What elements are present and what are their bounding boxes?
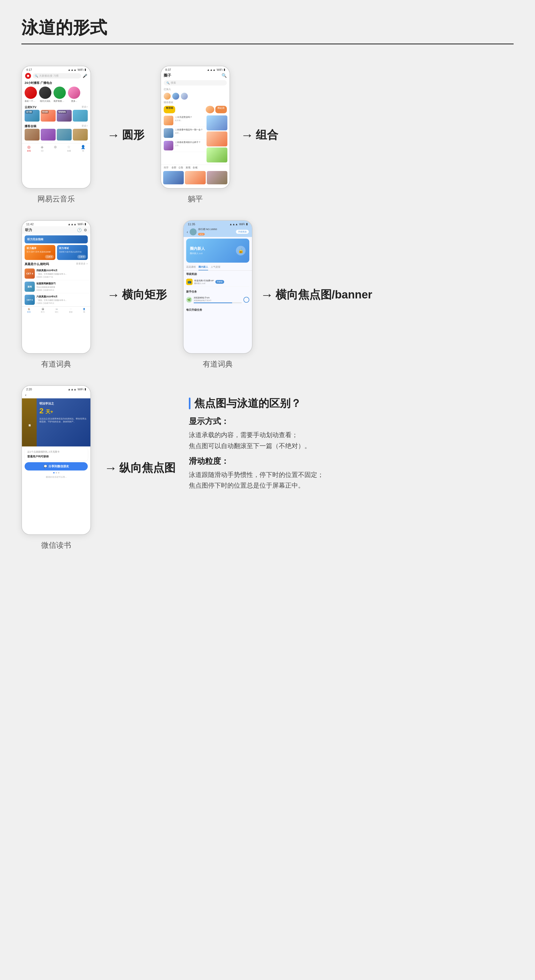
search-icon: 🔍 — [35, 75, 38, 78]
wx-share-button[interactable]: 💬 分享到微信朋友 — [25, 462, 88, 471]
wx-book-main: 明法学法之 2 天+ 法法法之灵法律界神灵划为你讲则法。帮你培养法律思想、守护你… — [37, 398, 90, 447]
wx-book-cover: 明法学法之 明法学法之 2 天+ 法法法之灵法律界神灵划为你讲则法。帮你培养法律… — [22, 398, 90, 447]
wifi-icon-ydr: WiFi — [239, 223, 245, 226]
yd-tab-home[interactable]: 🏠 首页 — [27, 308, 31, 313]
ydr-unlock-btn[interactable]: 即解锁 — [216, 280, 224, 284]
youdao-right-wrapper: 11:35 ▲▲▲ WiFi ▮ ‹ 排行榜 NO.16950 NEW 升级奖励 — [183, 220, 252, 369]
back-icon-ydr[interactable]: ‹ — [187, 230, 188, 234]
wx-share-label: 分享到微信朋友 — [48, 465, 69, 468]
ne-tab-radio[interactable]: ◈ (()) — [41, 145, 44, 152]
wx-promo-card: 运1个点就能领到礼 2天无限卡 普通用户均可获得 — [25, 448, 88, 461]
tp-post-content-1: △今天还营业吗？ 机车骑... — [175, 116, 192, 125]
yd-list-item-3[interactable]: CET 6 六级真题2020年9月 「复宣」它年六级听力真题/10年·2... … — [22, 293, 90, 307]
yd-item-sub-1: 「复宣」它年四级听力真题/10年·2... — [37, 273, 88, 275]
yd-list-item-1[interactable]: CET 4 四级真题2020年9月 「复宣」它年四级听力真题/10年·2... … — [22, 267, 90, 280]
wx-book-desc: 法法法之灵法律界神灵划为你讲则法。帮你培养法律思想、守护你的生命、身体和财产。 — [39, 417, 88, 423]
wx-card-title: 运1个点就能领到礼 2天无限卡 — [27, 450, 85, 453]
circle-item-4[interactable]: 更多... — [68, 87, 80, 103]
back-icon-wx[interactable]: ‹ — [25, 393, 27, 397]
youdao-card-2[interactable]: 听力考试 你的听力提升就从这里开始 已参加 — [57, 245, 88, 260]
podcast-item-2[interactable] — [41, 129, 56, 140]
tp-post-3[interactable]: △你喜欢查词的什么样子？ 日常... — [163, 140, 206, 152]
tp-post-1[interactable]: △今天还营业吗？ 机车骑... — [163, 115, 206, 127]
tp-right-item-3[interactable] — [206, 148, 227, 162]
tp-post-2[interactable]: △你喜看中国品均一期一会？ 减肥... — [163, 127, 206, 140]
ydr-task-btn-1[interactable] — [243, 297, 249, 303]
tp-post-text-2: △你喜看中国品均一期一会？ — [175, 128, 203, 131]
tag-circle-new[interactable]: 圈起新 — [216, 106, 227, 113]
youdao-card-1[interactable]: 听力题库 听力·国中·高考·真题精选精解 已参加 — [25, 245, 55, 260]
wx-book-num: 2 天+ — [39, 407, 88, 415]
circle-item-2[interactable]: 现代大乐队 — [39, 87, 51, 103]
yd-tab-listen[interactable]: 🎧 听力 — [41, 308, 45, 313]
ydr-upgrade-btn[interactable]: 升级奖励 — [236, 230, 249, 234]
tp-post-text-1: △今天还营业吗？ — [175, 116, 192, 119]
tp-circle-1[interactable] — [164, 93, 171, 100]
ne-tab-star[interactable]: ☆ 收藏 — [67, 145, 71, 152]
tp-post-text-3: △你喜欢查词的什么样子？ — [175, 141, 201, 144]
ktv-item-4[interactable] — [73, 110, 88, 122]
yd-tab-vocab[interactable]: 📖 词汇 — [55, 308, 59, 313]
circle-label-3: 俄罗斯夜店... — [53, 100, 66, 103]
tangping-phones-row: 8:37 ▲▲▲ WiFi ▮ 圈子 🔍 🔍 搜索 — [161, 66, 230, 189]
youdao-card1-btn[interactable]: 已参加 — [45, 255, 54, 259]
arrow-hrect-icon: → — [107, 288, 120, 302]
row3: 2:20 ▲▲▲ WiFi ▮ ‹ 明法学法之 明法学法之 — [21, 385, 514, 550]
tp-right-item-1[interactable] — [206, 115, 227, 130]
podcast-item-4[interactable] — [73, 129, 88, 140]
yd-item-meta-2: 回顾量 已收藏5085次 — [37, 289, 88, 291]
ktv-item-1[interactable]: 自习室 — [25, 110, 40, 122]
arrow-horizontal-rect: → 横向矩形 — [107, 287, 167, 302]
tangping-fav-label: 猜你喜欢 — [161, 101, 230, 105]
battery-icon: ▮ — [85, 68, 86, 72]
ydr-reward-item: 📺 有道词典7天免费VIP 圈内新人-Lv2 即解锁 — [186, 277, 249, 287]
tp-post-sub-1: 机车骑... — [175, 119, 192, 122]
ydr-nav-tabs: 花花课程 圈内新人 人气堂室 — [184, 264, 252, 270]
youdao-left-status: 11:42 ▲▲▲ WiFi ▮ — [22, 221, 90, 226]
tangping-search-bar[interactable]: 🔍 搜索 — [164, 80, 227, 86]
tp-post-thumb-1 — [164, 116, 173, 125]
netease-podcast-title: 播客合辑 更多> — [22, 123, 90, 129]
tp-circle-2[interactable] — [172, 93, 179, 100]
yd-tab-more[interactable]: ⋯ 更多 — [69, 308, 73, 313]
settings-icon[interactable]: ⚙ — [84, 228, 87, 232]
ydr-nav-tab-2[interactable]: 圈内新人 — [198, 264, 208, 270]
yd-tab-me[interactable]: 👤 我 — [83, 308, 85, 313]
tangping-search-icon[interactable]: 🔍 — [222, 73, 227, 78]
ktv-item-3[interactable]: 哒哒哒哒 — [57, 110, 72, 122]
podcast-item-3[interactable] — [57, 129, 72, 140]
youdao-card2-btn[interactable]: 已参加 — [77, 255, 86, 259]
netease-search[interactable]: 🔍 大家都在搜 习惯 — [33, 73, 81, 78]
ydr-nav-tab-3[interactable]: 人气堂室 — [211, 264, 220, 270]
circle-item-3[interactable]: 俄罗斯夜店... — [53, 87, 66, 103]
tangping-phone: 8:37 ▲▲▲ WiFi ▮ 圈子 🔍 🔍 搜索 — [161, 66, 230, 189]
tp-post-thumb-2 — [164, 128, 173, 138]
netease-phone-wrapper: 4:17 ▲▲▲ WiFi ▮ 🔍 大家都在搜 习惯 🎤 — [21, 66, 91, 204]
row2: 11:42 ▲▲▲ WiFi ▮ 听力 🕐 ⚙ 听力完全指南 — [21, 220, 514, 369]
display-body: 泳道承载的内容，需要手动划动查看； 焦点图可以自动翻滚至下一篇（不绝对）。 — [189, 430, 376, 452]
arrow-combo-row: → 组合 — [241, 127, 278, 142]
ne-tab-add[interactable]: ⊕ — [54, 145, 57, 152]
netease-circles: 喜欢一个人... 现代大乐队 俄罗斯夜店... 更多... — [22, 86, 90, 104]
ktv-item-2[interactable]: 时光茬 — [41, 110, 56, 122]
wx-dot-1 — [53, 472, 54, 473]
tp-circle-3[interactable] — [181, 93, 188, 100]
youdao-list-title: 真题是什么,能吃吗 查看更多 > — [22, 262, 90, 267]
netease-header: 🔍 大家都在搜 习惯 🎤 — [22, 72, 90, 80]
ydr-nav-tab-1[interactable]: 花花课程 — [186, 264, 196, 270]
ydr-main-banner: 圈内新人 圈内新人-Lv2 🔒 — [186, 239, 249, 262]
mic-icon[interactable]: 🎤 — [83, 74, 87, 78]
ne-tab-discover[interactable]: ◎ 发现 — [27, 145, 31, 152]
ydr-task-title-1: 浏览新鲜粒子5/5 — [194, 296, 242, 299]
podcast-item-1[interactable] — [25, 129, 40, 140]
youdao-right-label: 有道词典 — [203, 359, 233, 369]
youdao-guide-banner[interactable]: 听力完全指南 — [25, 235, 88, 243]
wifi-icon-wx: WiFi — [78, 388, 83, 391]
ydr-rank-info: 排行榜 NO.16950 NEW — [198, 228, 217, 236]
circle-item-1[interactable]: 喜欢一个人... — [25, 87, 37, 103]
ne-tab-me[interactable]: 👤 我 — [81, 145, 85, 152]
yd-list-item-2[interactable]: 新闻 短篇新闻解题技巧 可以让你轻松应试听策 回顾量 已收藏5085次 — [22, 280, 90, 293]
tp-right-item-2[interactable] — [206, 132, 227, 146]
clock-icon[interactable]: 🕐 — [77, 228, 81, 232]
tag-active[interactable]: 有活动 — [164, 106, 175, 113]
